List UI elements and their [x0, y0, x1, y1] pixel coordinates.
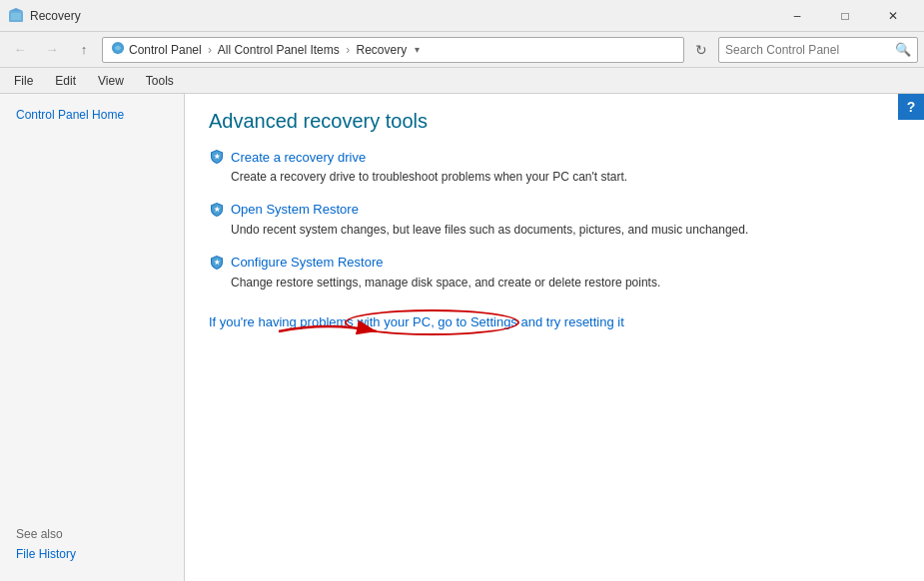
refresh-button[interactable]: ↻ — [688, 37, 714, 63]
configure-system-restore-desc: Change restore settings, manage disk spa… — [209, 275, 900, 291]
path-icon — [111, 41, 125, 58]
file-history-link[interactable]: File History — [16, 547, 76, 561]
sidebar: Control Panel Home See also File History — [0, 94, 185, 581]
window-controls: – □ ✕ — [774, 0, 916, 32]
path-part-1: Control Panel — [129, 43, 202, 57]
help-button[interactable]: ? — [898, 94, 924, 120]
problems-section: If you're having problems with your PC, … — [209, 314, 900, 329]
shield-icon-1: ★ — [209, 149, 225, 165]
open-system-restore-link[interactable]: ★ Open System Restore — [209, 202, 900, 218]
problems-link[interactable]: If you're having problems with your PC, … — [209, 314, 624, 329]
recovery-drive-item: ★ Create a recovery drive Create a recov… — [209, 149, 900, 186]
shield-icon-2: ★ — [209, 202, 225, 218]
separator-2: › — [346, 43, 350, 57]
svg-text:★: ★ — [214, 153, 221, 160]
path-part-2: All Control Panel Items — [218, 43, 340, 57]
menu-file[interactable]: File — [4, 72, 43, 90]
back-button[interactable]: ← — [6, 36, 34, 64]
create-recovery-drive-link[interactable]: ★ Create a recovery drive — [209, 149, 900, 165]
menu-edit[interactable]: Edit — [45, 72, 86, 90]
configure-system-restore-label: Configure System Restore — [231, 255, 383, 270]
address-bar: ← → ↑ Control Panel › All Control Panel … — [0, 32, 924, 68]
open-system-restore-desc: Undo recent system changes, but leave fi… — [209, 222, 900, 239]
menu-bar: File Edit View Tools — [0, 68, 924, 94]
shield-icon-3: ★ — [209, 255, 225, 271]
open-system-restore-label: Open System Restore — [231, 202, 359, 217]
path-text: Control Panel › All Control Panel Items … — [129, 43, 407, 57]
svg-text:★: ★ — [214, 206, 221, 213]
sidebar-home-link[interactable]: Control Panel Home — [0, 104, 184, 126]
search-input[interactable] — [725, 43, 891, 57]
minimize-button[interactable]: – — [774, 0, 820, 32]
content-title: Advanced recovery tools — [209, 110, 900, 133]
close-button[interactable]: ✕ — [870, 0, 916, 32]
sidebar-see-also: See also File History — [0, 517, 184, 571]
up-button[interactable]: ↑ — [70, 36, 98, 64]
window-icon — [8, 8, 24, 24]
window-title: Recovery — [30, 9, 774, 23]
configure-system-restore-link[interactable]: ★ Configure System Restore — [209, 255, 900, 271]
search-button[interactable]: 🔍 — [895, 42, 911, 57]
configure-restore-item: ★ Configure System Restore Change restor… — [209, 255, 900, 291]
main-container: Control Panel Home See also File History… — [0, 94, 924, 581]
address-chevron[interactable]: ▾ — [407, 37, 427, 63]
svg-rect-1 — [11, 13, 21, 20]
content-area: ? Advanced recovery tools ★ Create a rec… — [185, 94, 924, 581]
menu-tools[interactable]: Tools — [136, 72, 184, 90]
maximize-button[interactable]: □ — [822, 0, 868, 32]
forward-button[interactable]: → — [38, 36, 66, 64]
see-also-label: See also — [16, 527, 168, 541]
create-recovery-drive-desc: Create a recovery drive to troubleshoot … — [209, 169, 900, 186]
search-box: 🔍 — [718, 37, 918, 63]
menu-view[interactable]: View — [88, 72, 134, 90]
address-path[interactable]: Control Panel › All Control Panel Items … — [102, 37, 684, 63]
create-recovery-drive-label: Create a recovery drive — [231, 150, 366, 165]
path-part-3: Recovery — [356, 43, 407, 57]
system-restore-item: ★ Open System Restore Undo recent system… — [209, 202, 900, 239]
separator-1: › — [208, 43, 212, 57]
svg-text:★: ★ — [214, 259, 221, 266]
title-bar: Recovery – □ ✕ — [0, 0, 924, 32]
